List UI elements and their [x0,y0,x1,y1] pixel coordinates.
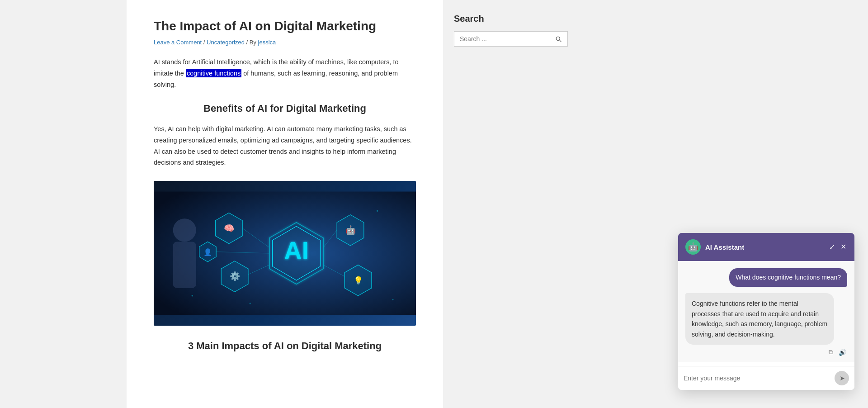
article-meta: Leave a Comment / Uncategorized / By jes… [154,39,416,46]
article-image: AI 🧠 🤖 💡 ⚙️ 👤 [154,181,416,326]
search-input[interactable] [460,35,555,43]
leave-comment-link[interactable]: Leave a Comment [154,39,202,46]
expand-button[interactable]: ⤢ [828,242,836,251]
svg-point-22 [377,210,378,211]
meta-sep1: / [202,39,207,46]
close-icon: ✕ [840,243,846,251]
expand-icon: ⤢ [829,243,835,251]
send-button[interactable]: ➤ [835,371,849,385]
assistant-message: Cognitive functions refer to the mental … [685,293,847,362]
copy-message-button[interactable]: ⧉ [828,347,834,357]
user-bubble: What does cognitive functions mean? [729,268,847,287]
benefits-heading: Benefits of AI for Digital Marketing [154,103,416,114]
svg-text:AI: AI [284,237,309,265]
speaker-button[interactable]: 🔊 [838,347,847,357]
search-submit-button[interactable] [555,35,562,43]
article-intro: AI stands for Artificial Intelligence, w… [154,57,416,90]
left-spacer [0,0,127,408]
svg-text:🧠: 🧠 [224,223,235,233]
svg-point-19 [173,218,196,242]
svg-point-23 [392,299,393,300]
sidebar: Search [443,0,579,408]
send-icon: ➤ [840,375,845,382]
main-content: The Impact of AI on Digital Marketing Le… [127,0,443,408]
widget-header: 🤖 AI Assistant ⤢ ✕ [678,233,854,261]
ai-assistant-widget: 🤖 AI Assistant ⤢ ✕ What does cognitive f… [678,233,854,390]
avatar-icon: 🤖 [688,242,698,252]
speaker-icon: 🔊 [839,349,846,356]
sidebar-search-title: Search [454,14,568,24]
svg-text:👤: 👤 [203,247,212,256]
article-image-container: AI 🧠 🤖 💡 ⚙️ 👤 [154,181,416,326]
svg-text:🤖: 🤖 [345,225,356,235]
svg-text:💡: 💡 [354,276,363,285]
widget-title: AI Assistant [705,243,744,251]
message-actions: ⧉ 🔊 [685,347,847,362]
author-link[interactable]: jessica [258,39,276,46]
user-message: What does cognitive functions mean? [685,268,847,287]
article-title: The Impact of AI on Digital Marketing [154,18,416,34]
copy-icon: ⧉ [829,348,833,356]
svg-point-21 [192,295,193,296]
category-link[interactable]: Uncategorized [207,39,245,46]
meta-sep2: / By [245,39,258,46]
widget-avatar: 🤖 [685,239,701,255]
svg-point-24 [250,303,251,304]
close-button[interactable]: ✕ [840,242,847,251]
svg-text:⚙️: ⚙️ [230,271,241,281]
highlight-cognitive: cognitive functions [186,69,241,77]
widget-body: What does cognitive functions mean? Cogn… [678,261,854,362]
search-box [454,31,568,47]
search-icon [555,35,562,43]
bottom-heading: 3 Main Impacts of AI on Digital Marketin… [154,340,416,352]
assistant-bubble: Cognitive functions refer to the mental … [685,293,834,345]
svg-rect-20 [173,242,196,288]
widget-header-actions: ⤢ ✕ [828,242,847,251]
benefits-body: Yes, AI can help with digital marketing.… [154,123,416,168]
article-image-svg: AI 🧠 🤖 💡 ⚙️ 👤 [154,181,416,326]
widget-footer: ➤ [678,366,854,390]
chat-input[interactable] [684,375,835,382]
widget-header-left: 🤖 AI Assistant [685,239,744,255]
